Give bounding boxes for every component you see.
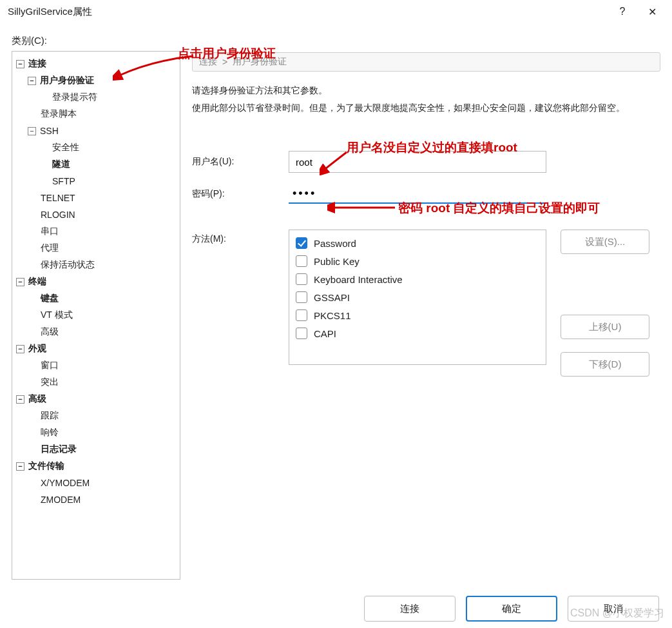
method-item-pkcs11[interactable]: PKCS11 — [296, 306, 539, 324]
tree-item-user-auth[interactable]: 用户身份验证 — [39, 75, 94, 86]
description-line: 使用此部分以节省登录时间。但是，为了最大限度地提高安全性，如果担心安全问题，建议… — [192, 99, 660, 117]
tree-item-ssh[interactable]: SSH — [39, 126, 59, 136]
category-tree[interactable]: −连接 −用户身份验证 登录提示符 登录脚本 −SSH 安全性 隧道 SFTP … — [12, 51, 180, 580]
checkbox-icon[interactable] — [296, 273, 307, 285]
tree-item-keepalive[interactable]: 保持活动状态 — [39, 259, 95, 271]
description-line: 请选择身份验证方法和其它参数。 — [192, 82, 660, 99]
password-input[interactable] — [289, 184, 546, 204]
expander-icon[interactable]: − — [16, 395, 24, 404]
breadcrumb: 连接 > 用户身份验证 — [192, 52, 660, 72]
tree-item-xymodem[interactable]: X/YMODEM — [39, 478, 90, 488]
username-input[interactable] — [289, 151, 546, 173]
method-item-label: Password — [314, 238, 356, 249]
method-item-capi[interactable]: CAPI — [296, 324, 539, 342]
move-down-button[interactable]: 下移(D) — [561, 352, 649, 377]
tree-item-appearance[interactable]: 外观 — [27, 343, 46, 355]
checkbox-icon[interactable] — [296, 255, 307, 267]
titlebar: SillyGrilService属性 ? ✕ — [0, 0, 672, 23]
category-label: 类别(C): — [0, 23, 672, 51]
tree-item-telnet[interactable]: TELNET — [39, 193, 75, 203]
expander-icon[interactable]: − — [28, 77, 36, 85]
settings-button[interactable]: 设置(S)... — [561, 230, 649, 254]
tree-item-tunnel[interactable]: 隧道 — [51, 159, 70, 170]
breadcrumb-part: 用户身份验证 — [233, 56, 287, 68]
expander-icon[interactable]: − — [16, 345, 24, 353]
tree-item-login-script[interactable]: 登录脚本 — [39, 108, 77, 120]
expander-icon[interactable]: − — [16, 462, 24, 471]
tree-item-advanced-t[interactable]: 高级 — [39, 326, 59, 338]
ok-button[interactable]: 确定 — [466, 596, 557, 622]
description-text: 请选择身份验证方法和其它参数。 使用此部分以节省登录时间。但是，为了最大限度地提… — [192, 82, 660, 116]
method-item-publickey[interactable]: Public Key — [296, 252, 539, 270]
method-item-label: PKCS11 — [314, 310, 351, 321]
method-item-label: Keyboard Interactive — [314, 274, 403, 285]
tree-item-connection[interactable]: 连接 — [27, 58, 46, 70]
breadcrumb-part: 连接 — [199, 56, 217, 68]
method-item-kbdint[interactable]: Keyboard Interactive — [296, 270, 539, 288]
checkbox-icon[interactable] — [296, 328, 307, 339]
cancel-button[interactable]: 取消 — [568, 596, 659, 622]
help-icon[interactable]: ? — [608, 2, 637, 21]
right-panel: 连接 > 用户身份验证 请选择身份验证方法和其它参数。 使用此部分以节省登录时间… — [192, 51, 660, 580]
method-item-label: Public Key — [314, 256, 360, 267]
tree-item-proxy[interactable]: 代理 — [39, 242, 59, 254]
close-icon[interactable]: ✕ — [637, 2, 667, 21]
connect-button[interactable]: 连接 — [364, 596, 456, 622]
password-label: 密码(P): — [192, 188, 289, 200]
method-item-label: CAPI — [314, 328, 336, 339]
tree-item-highlight[interactable]: 突出 — [39, 377, 59, 388]
tree-item-trace[interactable]: 跟踪 — [39, 410, 59, 422]
username-label: 用户名(U): — [192, 156, 289, 168]
tree-item-rlogin[interactable]: RLOGIN — [39, 210, 75, 220]
tree-item-sftp[interactable]: SFTP — [51, 176, 75, 186]
method-label: 方法(M): — [192, 230, 289, 245]
checkbox-icon[interactable] — [296, 291, 307, 303]
tree-item-serial[interactable]: 串口 — [39, 226, 59, 237]
method-item-password[interactable]: Password — [296, 234, 539, 252]
move-up-button[interactable]: 上移(U) — [561, 315, 649, 339]
checkbox-icon[interactable] — [296, 237, 307, 249]
tree-item-keyboard[interactable]: 键盘 — [39, 293, 59, 304]
window-title: SillyGrilService属性 — [8, 6, 92, 18]
tree-item-bell[interactable]: 响铃 — [39, 427, 59, 438]
tree-item-window[interactable]: 窗口 — [39, 360, 59, 371]
expander-icon[interactable]: − — [28, 127, 36, 135]
expander-icon[interactable]: − — [16, 278, 24, 286]
tree-item-security[interactable]: 安全性 — [51, 142, 79, 153]
tree-item-login-prompt[interactable]: 登录提示符 — [51, 92, 97, 103]
method-list[interactable]: Password Public Key Keyboard Interactive… — [289, 230, 546, 365]
tree-item-terminal[interactable]: 终端 — [27, 276, 46, 288]
checkbox-icon[interactable] — [296, 309, 307, 321]
tree-item-vtmode[interactable]: VT 模式 — [39, 309, 73, 321]
tree-item-filetrans[interactable]: 文件传输 — [27, 460, 64, 472]
tree-item-zmodem[interactable]: ZMODEM — [39, 495, 81, 505]
dialog-button-bar: 连接 确定 取消 — [364, 596, 659, 622]
expander-icon[interactable]: − — [16, 60, 24, 68]
tree-item-advanced[interactable]: 高级 — [27, 393, 46, 405]
method-item-label: GSSAPI — [314, 292, 350, 303]
method-item-gssapi[interactable]: GSSAPI — [296, 288, 539, 306]
tree-item-logging[interactable]: 日志记录 — [39, 444, 77, 455]
chevron-right-icon: > — [222, 57, 227, 67]
